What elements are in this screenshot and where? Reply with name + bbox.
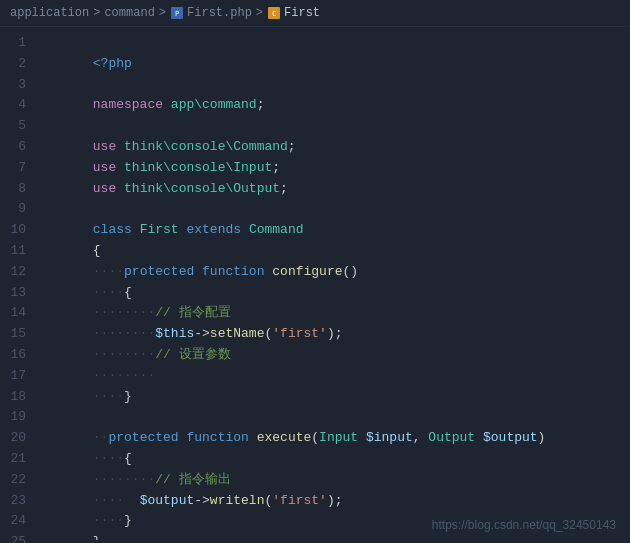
breadcrumb: application > command > P First.php > C … [0, 0, 630, 27]
ln-21: 21 [0, 449, 26, 470]
code-area: <?php namespace app\command; use think\c… [36, 27, 630, 540]
code-line-2 [46, 54, 630, 75]
code-line-1: <?php [46, 33, 630, 54]
breadcrumb-item-command: command [104, 6, 154, 20]
breadcrumb-item-file: P First.php [170, 6, 252, 20]
breadcrumb-item-class: C First [267, 6, 320, 20]
code-line-9: class First extends Command [46, 199, 630, 220]
breadcrumb-sep-3: > [256, 6, 263, 20]
editor-container: 1 2 3 4 5 6 7 8 9 10 11 12 13 14 15 16 1… [0, 27, 630, 540]
ln-1: 1 [0, 33, 26, 54]
file-php-icon: P [170, 6, 184, 20]
class-icon: C [267, 6, 281, 20]
ln-13: 13 [0, 283, 26, 304]
breadcrumb-item-application: application [10, 6, 89, 20]
line-numbers: 1 2 3 4 5 6 7 8 9 10 11 12 13 14 15 16 1… [0, 27, 36, 540]
ln-5: 5 [0, 116, 26, 137]
breadcrumb-sep-2: > [159, 6, 166, 20]
ln-23: 23 [0, 491, 26, 512]
code-line-21: ········// 指令输出 [46, 449, 630, 470]
ln-16: 16 [0, 345, 26, 366]
ln-20: 20 [0, 428, 26, 449]
ln-25: 25 [0, 532, 26, 543]
ln-8: 8 [0, 179, 26, 200]
svg-text:P: P [175, 10, 179, 18]
ln-4: 4 [0, 95, 26, 116]
ln-22: 22 [0, 470, 26, 491]
ln-19: 19 [0, 407, 26, 428]
ln-24: 24 [0, 511, 26, 532]
code-line-25 [46, 532, 630, 540]
ln-15: 15 [0, 324, 26, 345]
ln-18: 18 [0, 387, 26, 408]
ln-11: 11 [0, 241, 26, 262]
code-line-3: namespace app\command; [46, 75, 630, 96]
ln-7: 7 [0, 158, 26, 179]
ln-6: 6 [0, 137, 26, 158]
ln-14: 14 [0, 303, 26, 324]
code-line-5: use think\console\Command; [46, 116, 630, 137]
ln-3: 3 [0, 75, 26, 96]
breadcrumb-sep-1: > [93, 6, 100, 20]
code-line-13: ········// 指令配置 [46, 283, 630, 304]
code-line-11: ····protected function configure() [46, 241, 630, 262]
code-line-19: ··protected function execute(Input $inpu… [46, 407, 630, 428]
watermark: https://blog.csdn.net/qq_32450143 [432, 518, 616, 532]
ln-2: 2 [0, 54, 26, 75]
ln-17: 17 [0, 366, 26, 387]
ln-9: 9 [0, 199, 26, 220]
ln-10: 10 [0, 220, 26, 241]
svg-text:C: C [272, 10, 276, 18]
ln-12: 12 [0, 262, 26, 283]
code-line-18 [46, 387, 630, 408]
